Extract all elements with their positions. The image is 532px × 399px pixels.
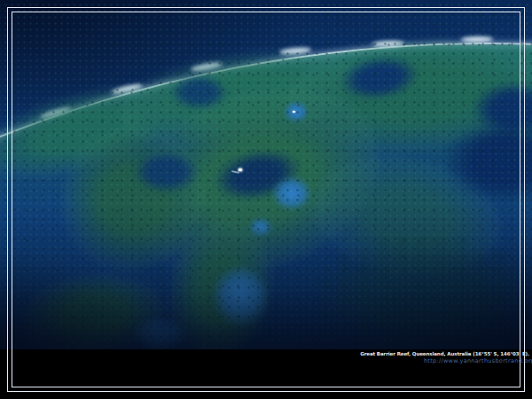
photo-caption: Great Barrier Reef, Queensland, Australi… [360,350,532,364]
boat-speck [293,111,295,113]
caption-location-text: Great Barrier Reef, Queensland, Australi… [360,350,532,357]
wallpaper-background: Great Barrier Reef, Queensland, Australi… [0,0,532,399]
bottom-vignette [0,0,532,349]
caption-url-text: http://www.yannarthusbertrand.org [360,357,532,364]
boat-speck [239,168,242,171]
reef-photo [0,0,532,349]
